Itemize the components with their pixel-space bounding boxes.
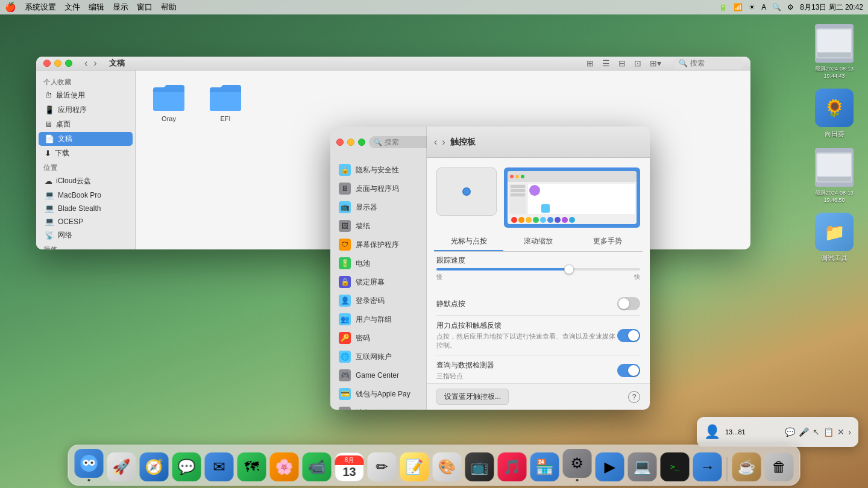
dock-item-music[interactable]: 🎵 bbox=[498, 452, 527, 481]
notif-mic-button[interactable]: 🎤 bbox=[799, 427, 809, 437]
finder-gallery-view[interactable]: ⊡ bbox=[631, 57, 644, 69]
dock-item-appletv[interactable]: 📺 bbox=[465, 452, 494, 481]
finder-search-input[interactable] bbox=[690, 59, 738, 67]
finder-folder-efi[interactable]: EFI bbox=[204, 83, 247, 122]
dock-item-mail[interactable]: ✉ bbox=[205, 452, 234, 481]
finder-sidebar-icloud[interactable]: ☁ iCloud云盘 bbox=[39, 174, 133, 188]
dock-item-syspref[interactable]: ⚙ bbox=[563, 449, 592, 481]
syspref-item-loginpw[interactable]: 👤 登录密码 bbox=[333, 292, 424, 310]
finder-maximize-button[interactable] bbox=[65, 60, 72, 67]
notif-clipboard-button[interactable]: 📋 bbox=[823, 427, 834, 437]
dock-item-messages[interactable]: 💬 bbox=[172, 452, 201, 481]
syspref-item-screensaver[interactable]: 🛡 屏幕保护程序 bbox=[333, 236, 424, 254]
syspref-item-password[interactable]: 🔑 密码 bbox=[333, 329, 424, 347]
menu-window[interactable]: 窗口 bbox=[137, 2, 153, 13]
tab-more-gestures[interactable]: 更多手势 bbox=[573, 233, 643, 251]
finder-minimize-button[interactable] bbox=[54, 60, 61, 67]
dock-item-safari[interactable]: 🧭 bbox=[140, 452, 169, 481]
syspref-bluetooth-button[interactable]: 设置蓝牙触控板... bbox=[436, 389, 509, 405]
syspref-maximize-button[interactable] bbox=[358, 139, 365, 146]
finder-list-view[interactable]: ☰ bbox=[599, 57, 613, 69]
menubar-control-center[interactable]: ⚙ bbox=[787, 3, 794, 11]
finder-icon-view[interactable]: ⊞ bbox=[583, 57, 597, 69]
finder-sidebar-desktop[interactable]: 🖥 桌面 bbox=[39, 117, 133, 131]
tab-cursor-click[interactable]: 光标与点按 bbox=[434, 233, 503, 251]
syspref-item-users[interactable]: 👥 用户与群组 bbox=[333, 310, 424, 328]
notif-expand-button[interactable]: › bbox=[848, 427, 851, 437]
syspref-close-button[interactable] bbox=[336, 139, 344, 146]
menu-view[interactable]: 显示 bbox=[113, 2, 128, 13]
syspref-item-display[interactable]: 📺 显示器 bbox=[333, 198, 424, 216]
apple-menu[interactable]: 🍎 bbox=[5, 2, 16, 13]
lookup-toggle[interactable] bbox=[617, 364, 640, 377]
finder-sidebar-downloads[interactable]: ⬇ 下载 bbox=[39, 146, 133, 160]
dock-notes-icon: 📝 bbox=[400, 452, 429, 481]
finder-sidebar-ocesp[interactable]: 💻 OCESP bbox=[39, 215, 133, 228]
syspref-help-button[interactable]: ? bbox=[628, 391, 640, 403]
dock-item-trash[interactable]: 🗑 bbox=[765, 452, 794, 481]
silent-click-toggle[interactable] bbox=[617, 297, 640, 310]
syspref-item-wallet[interactable]: 💳 钱包与Apple Pay bbox=[333, 385, 424, 403]
menu-system[interactable]: 系统设置 bbox=[25, 2, 56, 13]
trackpad-speed-thumb[interactable] bbox=[564, 264, 574, 274]
dock-item-launchpad[interactable]: 🚀 bbox=[107, 452, 136, 481]
syspref-item-battery[interactable]: 🔋 电池 bbox=[333, 254, 424, 272]
dock-item-calendar[interactable]: 8月 13 bbox=[335, 452, 364, 481]
menubar-battery-icon: 🔋 bbox=[719, 3, 728, 11]
syspref-item-internet[interactable]: 🌐 互联网账户 bbox=[333, 348, 424, 366]
syspref-item-desktop[interactable]: 🖥 桌面与程序坞 bbox=[333, 180, 424, 198]
force-click-toggle[interactable] bbox=[617, 329, 640, 342]
finder-sidebar-blade[interactable]: 💻 Blade Stealth bbox=[39, 202, 133, 214]
finder-sidebar-network[interactable]: 📡 网络 bbox=[39, 228, 133, 242]
desktop-icon-devtools[interactable]: 📁 调试工具 bbox=[810, 213, 858, 263]
dock-item-photos[interactable]: 🌸 bbox=[270, 452, 299, 481]
preview-block-purple bbox=[529, 185, 540, 196]
syspref-forward-button[interactable]: › bbox=[442, 137, 445, 148]
syspref-item-keyboard[interactable]: ⌨ 键盘 bbox=[333, 404, 424, 410]
syspref-item-privacy[interactable]: 🔒 隐私与安全性 bbox=[333, 161, 424, 179]
desktop-icon-screenshot2[interactable]: 截屏2024-08-1319.46.50 bbox=[810, 148, 858, 203]
dock-item-lungo[interactable]: ☕ bbox=[732, 452, 761, 481]
finder-forward-button[interactable]: › bbox=[91, 57, 99, 70]
notif-message-button[interactable]: 💬 bbox=[785, 427, 795, 437]
menu-file[interactable]: 文件 bbox=[64, 2, 80, 13]
dock-item-notes[interactable]: 📝 bbox=[400, 452, 429, 481]
dock-item-terminal[interactable]: >_ bbox=[661, 452, 690, 481]
dock-item-facetime[interactable]: 📹 bbox=[303, 452, 332, 481]
notif-close-button[interactable]: ✕ bbox=[837, 427, 844, 437]
syspref-item-password-label: 密码 bbox=[356, 333, 370, 343]
syspref-minimize-button[interactable] bbox=[347, 139, 354, 146]
syspref-item-wallpaper[interactable]: 🖼 墙纸 bbox=[333, 217, 424, 235]
dock-item-finder[interactable] bbox=[75, 449, 104, 481]
dock-item-sysinfo[interactable]: 💻 bbox=[628, 452, 657, 481]
finder-column-view[interactable]: ⊟ bbox=[615, 57, 629, 69]
dock-item-appstore[interactable]: 🏪 bbox=[530, 452, 559, 481]
finder-sidebar-recents[interactable]: ⏱ 最近使用 bbox=[39, 89, 133, 102]
menubar-search-icon[interactable]: 🔍 bbox=[772, 3, 781, 11]
finder-search[interactable]: 🔍 bbox=[674, 58, 743, 69]
syspref-back-button[interactable]: ‹ bbox=[434, 137, 437, 148]
trackpad-speed-track[interactable] bbox=[436, 268, 640, 271]
finder-sidebar-macbookpro[interactable]: 💻 MacBook Pro bbox=[39, 189, 133, 201]
dock-item-freeform[interactable]: ✏ bbox=[368, 452, 397, 481]
dock-item-maps[interactable]: 🗺 bbox=[237, 452, 266, 481]
dock-item-quicktime[interactable]: ▶ bbox=[596, 452, 624, 481]
tab-scroll-zoom[interactable]: 滚动缩放 bbox=[503, 233, 573, 251]
desktop-icon-sunflower[interactable]: 🌻 向日葵 bbox=[810, 89, 858, 139]
desktop-icon-screenshot1[interactable]: 截屏2024-08-1319.44.43 bbox=[810, 24, 858, 79]
syspref-item-gamecenter-label: Game Center bbox=[356, 371, 399, 380]
finder-back-button[interactable]: ‹ bbox=[82, 57, 90, 70]
syspref-item-lockscreen[interactable]: 🔒 锁定屏幕 bbox=[333, 273, 424, 291]
dock-item-freeform2[interactable]: 🎨 bbox=[433, 452, 462, 481]
notif-cursor-button[interactable]: ↖ bbox=[813, 427, 820, 437]
dock-item-arrow[interactable]: → bbox=[693, 452, 722, 481]
syspref-item-gamecenter[interactable]: 🎮 Game Center bbox=[333, 366, 424, 384]
desktop-icon-label-3: 截屏2024-08-1319.46.50 bbox=[815, 189, 854, 203]
menu-edit[interactable]: 编辑 bbox=[89, 2, 104, 13]
menu-help[interactable]: 帮助 bbox=[161, 2, 177, 13]
finder-sidebar-apps[interactable]: 📱 应用程序 bbox=[39, 103, 133, 117]
finder-sidebar-documents[interactable]: 📄 文稿 bbox=[39, 132, 133, 146]
finder-close-button[interactable] bbox=[43, 60, 51, 67]
finder-sort-button[interactable]: ⊞▾ bbox=[647, 57, 664, 69]
finder-folder-oray[interactable]: Oray bbox=[148, 83, 190, 122]
